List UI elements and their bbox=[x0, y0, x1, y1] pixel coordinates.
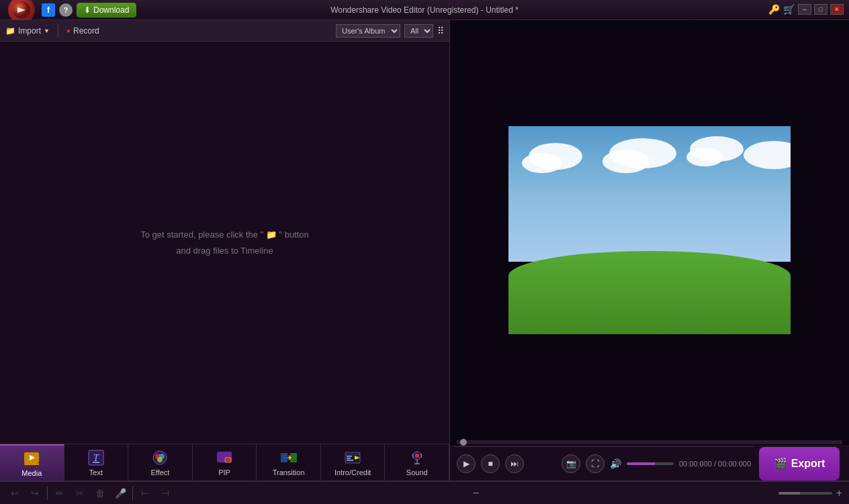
app-title: Wondershare Video Editor (Unregistered) … bbox=[330, 5, 519, 15]
media-tab-icon bbox=[22, 449, 41, 468]
redo-button[interactable]: ↪ bbox=[27, 485, 43, 501]
media-hint-line1: To get started, please click the " 📁 " b… bbox=[140, 227, 309, 242]
merge-button[interactable]: ⊣ bbox=[157, 485, 173, 501]
close-button[interactable]: ✕ bbox=[830, 4, 844, 15]
split-button[interactable]: ⊢ bbox=[137, 485, 153, 501]
sound-tab-label: Sound bbox=[406, 468, 428, 476]
stop-button[interactable]: ■ bbox=[481, 454, 500, 473]
pip-tab-icon bbox=[215, 448, 234, 467]
delete-button[interactable]: 🗑 bbox=[92, 485, 108, 501]
window-controls: 🔑 🛒 ─ □ ✕ bbox=[768, 4, 844, 16]
undo-button[interactable]: ↩ bbox=[7, 485, 23, 501]
import-button[interactable]: 📁 Import ▼ bbox=[5, 26, 50, 36]
edit-button[interactable]: ✏ bbox=[52, 485, 68, 501]
mic-button[interactable]: 🎤 bbox=[112, 485, 128, 501]
snapshot-icon: 📷 bbox=[566, 459, 576, 468]
right-panel: ▶ ■ ⏭ 📷 ⛶ 🔊 bbox=[450, 20, 849, 481]
help-icon[interactable]: ? bbox=[59, 3, 73, 17]
main-content: 📁 Import ▼ ● Record User's Album All ⠿ bbox=[0, 20, 849, 481]
bottom-section: ↩ ↪ ✏ ✂ 🗑 🎤 ⊢ ⊣ − + V bbox=[0, 481, 849, 504]
folder-icon: 📁 bbox=[5, 26, 15, 36]
playback-controls: ▶ ■ ⏭ 📷 ⛶ 🔊 bbox=[454, 446, 754, 481]
progress-bar-row bbox=[450, 440, 849, 446]
record-button[interactable]: ● Record bbox=[66, 26, 99, 36]
cloud7 bbox=[744, 141, 791, 169]
text-tab-icon: T bbox=[87, 448, 105, 467]
cloud4 bbox=[602, 150, 650, 173]
text-tab-label: Text bbox=[89, 468, 103, 476]
media-tab-label: Media bbox=[21, 469, 42, 477]
redo-icon: ↪ bbox=[31, 488, 39, 499]
cut-button[interactable]: ✂ bbox=[72, 485, 88, 501]
separator bbox=[47, 487, 48, 500]
zoom-in-button[interactable]: + bbox=[836, 487, 842, 499]
separator bbox=[58, 24, 58, 38]
shop-icon[interactable]: 🛒 bbox=[783, 4, 795, 16]
tab-media[interactable]: Media bbox=[0, 444, 64, 481]
zoom-slider[interactable] bbox=[778, 492, 832, 495]
cut-icon: ✂ bbox=[76, 488, 84, 499]
export-label: Export bbox=[791, 458, 825, 470]
progress-dot bbox=[460, 439, 467, 446]
tab-text[interactable]: T Text bbox=[64, 444, 129, 481]
mic-icon: 🎤 bbox=[115, 488, 126, 499]
preview-section: ▶ ■ ⏭ 📷 ⛶ 🔊 bbox=[450, 20, 849, 481]
intro-tab-icon bbox=[343, 448, 362, 467]
cloud2 bbox=[522, 153, 562, 173]
svg-rect-17 bbox=[347, 456, 352, 457]
play-button[interactable]: ▶ bbox=[457, 454, 476, 473]
download-button[interactable]: ⬇ Download bbox=[77, 3, 136, 17]
pip-tab-label: PIP bbox=[218, 468, 230, 476]
fullscreen-button[interactable]: ⛶ bbox=[586, 454, 605, 473]
stop-icon: ■ bbox=[488, 459, 492, 468]
cloud6 bbox=[686, 148, 723, 166]
split-icon: ⊢ bbox=[141, 488, 149, 499]
fullscreen-icon: ⛶ bbox=[591, 459, 599, 468]
tabs-bar: Media T Text bbox=[0, 444, 449, 481]
minimize-button[interactable]: ─ bbox=[798, 4, 811, 15]
svg-text:T: T bbox=[93, 453, 99, 463]
tab-intro[interactable]: Intro/Credit bbox=[321, 444, 386, 481]
progress-bar[interactable] bbox=[457, 440, 842, 444]
tab-effect[interactable]: Effect bbox=[128, 444, 193, 481]
svg-rect-12 bbox=[225, 458, 231, 462]
separator2 bbox=[132, 487, 133, 500]
intro-tab-label: Intro/Credit bbox=[334, 468, 371, 476]
tab-transition[interactable]: Transition bbox=[257, 444, 321, 481]
export-icon: 🎬 bbox=[774, 457, 787, 470]
left-panel: 📁 Import ▼ ● Record User's Album All ⠿ bbox=[0, 20, 450, 481]
facebook-icon[interactable]: f bbox=[42, 3, 55, 17]
preview-hill bbox=[508, 251, 791, 334]
svg-rect-3 bbox=[24, 463, 39, 465]
svg-point-22 bbox=[415, 454, 419, 458]
export-button[interactable]: 🎬 Export bbox=[759, 447, 840, 481]
album-select[interactable]: User's Album bbox=[336, 24, 400, 38]
transition-tab-icon bbox=[279, 448, 298, 467]
filter-select[interactable]: All bbox=[404, 24, 433, 38]
preview-window bbox=[450, 20, 849, 440]
tab-sound[interactable]: Sound bbox=[385, 444, 449, 481]
record-label: Record bbox=[73, 26, 99, 36]
svg-point-10 bbox=[157, 457, 163, 462]
download-icon: ⬇ bbox=[84, 5, 91, 15]
svg-rect-19 bbox=[347, 460, 353, 461]
step-forward-button[interactable]: ⏭ bbox=[505, 454, 524, 473]
merge-icon: ⊣ bbox=[161, 488, 169, 499]
undo-icon: ↩ bbox=[11, 488, 19, 499]
maximize-button[interactable]: □ bbox=[814, 4, 828, 15]
volume-icon[interactable]: 🔊 bbox=[610, 458, 621, 469]
edit-icon: ✏ bbox=[56, 488, 64, 499]
key-icon[interactable]: 🔑 bbox=[768, 4, 780, 16]
tab-pip[interactable]: PIP bbox=[193, 444, 257, 481]
effect-tab-icon bbox=[150, 448, 169, 467]
snapshot-button[interactable]: 📷 bbox=[562, 454, 580, 473]
grid-view-button[interactable]: ⠿ bbox=[437, 26, 444, 36]
delete-icon: 🗑 bbox=[95, 488, 105, 499]
edit-toolbar: ↩ ↪ ✏ ✂ 🗑 🎤 ⊢ ⊣ − + bbox=[0, 482, 849, 504]
zoom-out-button[interactable]: − bbox=[473, 487, 479, 499]
import-dropdown-icon: ▼ bbox=[44, 28, 50, 34]
import-bar: 📁 Import ▼ ● Record User's Album All ⠿ bbox=[0, 20, 449, 42]
record-dot-icon: ● bbox=[66, 27, 71, 34]
step-forward-icon: ⏭ bbox=[510, 459, 519, 468]
volume-slider[interactable] bbox=[627, 462, 674, 465]
